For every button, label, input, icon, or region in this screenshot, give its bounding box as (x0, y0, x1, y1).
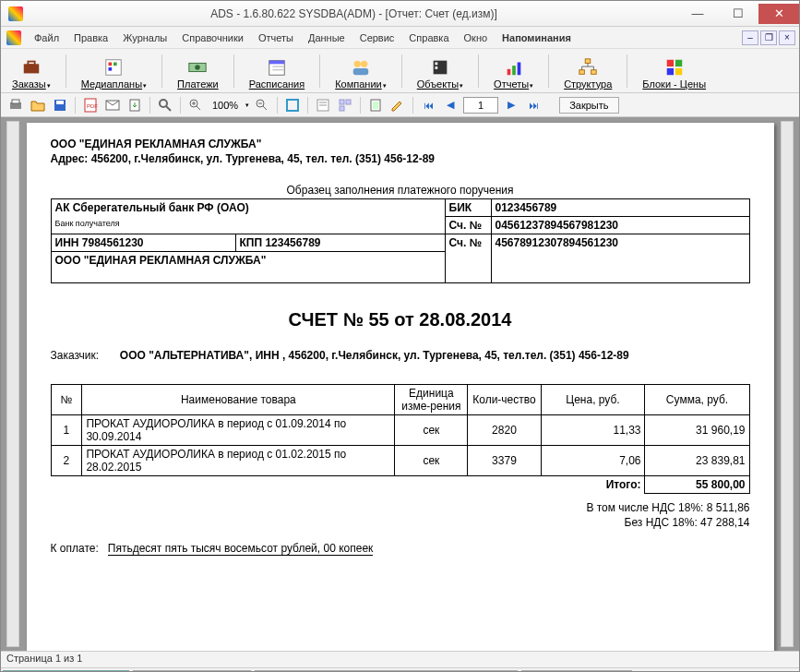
tb-payments[interactable]: Платежи (172, 51, 224, 91)
svg-rect-21 (585, 58, 591, 63)
customer-label: Заказчик: (51, 349, 117, 362)
find-icon[interactable] (156, 96, 174, 114)
close-button[interactable]: ✕ (758, 4, 799, 24)
col-qty: Коли-чество (468, 385, 541, 415)
edit-icon[interactable] (388, 96, 407, 114)
svg-rect-9 (269, 60, 285, 64)
fullscreen-icon[interactable] (283, 96, 302, 114)
col-unit: Единица изме-рения (395, 385, 468, 415)
svg-rect-23 (591, 69, 597, 74)
bik-label: БИК (445, 199, 491, 217)
print-icon[interactable] (6, 96, 25, 114)
invoice-title: СЧЕТ № 55 от 28.08.2014 (51, 309, 750, 330)
pay-words: Пятьдесят пять тысяч восемьсот рублей, 0… (108, 542, 374, 556)
menu-data[interactable]: Данные (301, 30, 352, 46)
menu-window[interactable]: Окно (457, 30, 496, 46)
people-icon (351, 57, 371, 78)
corr-acct-value: 04561237894567981230 (491, 217, 749, 234)
page-number-input[interactable] (463, 97, 498, 114)
next-page-icon[interactable]: ▶ (502, 96, 520, 114)
email-icon[interactable] (103, 96, 122, 114)
company-name: ООО "ЕДИНАЯ РЕКЛАМНАЯ СЛУЖБА" (51, 138, 750, 150)
export-icon[interactable] (125, 96, 144, 114)
svg-rect-33 (12, 100, 19, 103)
mdi-minimize[interactable]: – (742, 30, 758, 45)
zoom-in-icon[interactable] (186, 96, 205, 114)
minimize-button[interactable]: — (677, 4, 718, 24)
vat-included: В том числе НДС 18%: 8 511,86 (51, 501, 750, 514)
zoom-value[interactable]: 100% (209, 100, 242, 111)
svg-rect-53 (340, 100, 344, 104)
menu-edit[interactable]: Правка (66, 30, 115, 46)
svg-rect-16 (435, 62, 437, 65)
blocks-icon (664, 57, 685, 78)
tb-schedules[interactable]: Расписания (244, 51, 310, 91)
svg-point-7 (196, 65, 201, 70)
menu-reports[interactable]: Отчеты (251, 30, 301, 46)
svg-point-12 (354, 60, 361, 66)
acct-value: 45678912307894561230 (491, 234, 749, 283)
first-page-icon[interactable]: ⏮ (419, 96, 437, 114)
svg-rect-29 (675, 59, 682, 66)
scrollbar-right[interactable] (781, 121, 794, 647)
status-page: Страница 1 из 1 (6, 653, 82, 664)
mediaplan-icon (103, 57, 124, 78)
scrollbar-left[interactable] (6, 121, 19, 647)
last-page-icon[interactable]: ⏭ (524, 96, 543, 114)
maximize-button[interactable]: ☐ (718, 4, 758, 24)
statusbar: Страница 1 из 1 (1, 651, 799, 667)
close-preview-button[interactable]: Закрыть (559, 97, 618, 114)
col-num: № (51, 385, 82, 415)
bank-details-table: АК Сберегательный банк РФ (ОАО) БИК 0123… (51, 198, 750, 283)
table-row: 1 ПРОКАТ АУДИОРОЛИКА в период с 01.09.20… (51, 415, 749, 446)
menu-journals[interactable]: Журналы (115, 30, 174, 46)
tb-blocks[interactable]: Блоки - Цены (637, 51, 711, 91)
zoom-out-icon[interactable] (253, 96, 271, 114)
report-page: ООО "ЕДИНАЯ РЕКЛАМНАЯ СЛУЖБА" Адрес: 456… (27, 123, 774, 651)
acct-label: Сч. № (445, 234, 491, 283)
svg-rect-4 (113, 62, 117, 66)
svg-rect-3 (109, 62, 113, 66)
svg-rect-55 (340, 106, 344, 111)
menubar: Файл Правка Журналы Справочники Отчеты Д… (1, 27, 799, 49)
svg-rect-22 (579, 69, 585, 74)
thumbnails-icon[interactable] (336, 96, 354, 114)
col-price: Цена, руб. (541, 385, 645, 415)
prev-page-icon[interactable]: ◀ (441, 96, 460, 114)
pay-line: К оплате: Пятьдесят пять тысяч восемьсот… (51, 542, 750, 555)
outline-icon[interactable] (314, 96, 332, 114)
page-setup-icon[interactable] (366, 96, 385, 114)
preview-toolbar: PDF 100%▾ ⏮ ◀ ▶ ⏭ Закрыть (1, 93, 799, 117)
col-sum: Сумма, руб. (645, 385, 749, 415)
customer-value: ООО "АЛЬТЕРНАТИВА", ИНН , 456200, г.Челя… (120, 349, 629, 362)
tb-objects[interactable]: Объекты▾ (412, 51, 469, 91)
svg-line-41 (166, 106, 171, 111)
menu-file[interactable]: Файл (27, 30, 66, 46)
menu-reminders[interactable]: Напоминания (495, 30, 579, 46)
mdi-restore[interactable]: ❐ (760, 30, 777, 45)
vat-excluded: Без НДС 18%: 47 288,14 (51, 516, 750, 529)
svg-rect-18 (507, 68, 510, 74)
tb-mediaplans[interactable]: Медиапланы▾ (76, 51, 152, 91)
tb-orders[interactable]: Заказы▾ (6, 51, 56, 91)
company-address: Адрес: 456200, г.Челябинск, ул. Тургенев… (51, 152, 750, 165)
svg-point-13 (361, 60, 367, 66)
menu-service[interactable]: Сервис (352, 30, 402, 46)
menu-references[interactable]: Справочники (174, 30, 251, 46)
pdf-icon[interactable]: PDF (81, 96, 100, 114)
open-icon[interactable] (29, 96, 47, 114)
mdi-close[interactable]: × (779, 30, 795, 45)
sample-caption: Образец заполнения платежного поручения (51, 184, 750, 197)
tb-reports[interactable]: Отчеты▾ (488, 51, 539, 91)
svg-rect-49 (287, 100, 298, 111)
payee-value: ООО "ЕДИНАЯ РЕКЛАМНАЯ СЛУЖБА" (51, 252, 445, 283)
kpp-value: КПП 123456789 (235, 234, 445, 252)
menu-help[interactable]: Справка (401, 30, 456, 46)
tb-companies[interactable]: Компании▾ (329, 51, 392, 91)
tb-structure[interactable]: Структура (558, 51, 617, 91)
save-icon[interactable] (51, 96, 69, 114)
items-table: № Наименование товара Единица изме-рения… (51, 384, 750, 494)
svg-rect-2 (106, 59, 122, 75)
svg-line-48 (263, 106, 267, 110)
customer-line: Заказчик: ООО "АЛЬТЕРНАТИВА", ИНН , 4562… (51, 349, 750, 362)
